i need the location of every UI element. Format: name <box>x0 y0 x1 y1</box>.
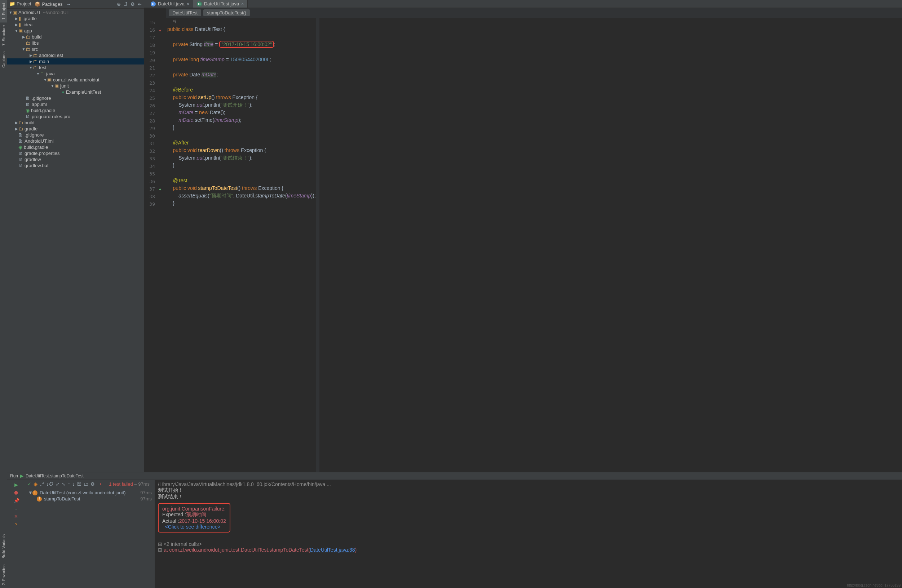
package-icon: 📦 <box>34 2 41 7</box>
line-number[interactable]: 27 <box>144 111 157 116</box>
project-view-tab[interactable]: 📁 Project <box>9 1 31 7</box>
chevron-right-icon[interactable]: ▶ <box>29 53 33 57</box>
file-icon: 🗎 <box>26 95 30 101</box>
line-number[interactable]: 37 <box>144 186 157 192</box>
close-icon[interactable]: × <box>187 2 189 6</box>
collapse-all-icon[interactable]: ⇵ <box>124 2 128 7</box>
folder-icon: 🗀 <box>26 34 30 40</box>
line-number[interactable]: 25 <box>144 95 157 101</box>
chevron-right-icon[interactable]: ▶ <box>22 35 26 39</box>
package-icon: ▣ <box>47 77 52 83</box>
chevron-down-icon[interactable]: ▼ <box>29 66 33 70</box>
stop-icon[interactable]: ✕ <box>14 514 19 519</box>
file-icon: 🗎 <box>19 157 23 162</box>
line-number[interactable]: 38 <box>144 194 157 199</box>
import-icon[interactable]: 🗁 <box>84 482 88 487</box>
chevron-down-icon[interactable]: ▼ <box>36 72 40 76</box>
chevron-down-icon[interactable]: ▼ <box>22 47 26 51</box>
breadcrumb-method[interactable]: stampToDateTest() <box>203 9 250 16</box>
packages-view-tab[interactable]: 📦 Packages <box>34 2 63 7</box>
expand-icon[interactable]: ⤢ <box>55 482 60 487</box>
export-icon[interactable]: 🖫 <box>77 482 81 487</box>
next-fail-icon[interactable]: ↓ <box>72 482 75 487</box>
line-number[interactable]: 18 <box>144 42 157 48</box>
file-icon: 🗎 <box>19 151 23 156</box>
sort-dur-icon[interactable]: ↓⏱ <box>47 482 54 487</box>
chevron-down-icon[interactable]: ▼ <box>43 78 47 82</box>
hide-icon[interactable]: ⇤ <box>138 2 142 7</box>
line-number[interactable]: 23 <box>144 80 157 86</box>
down-icon[interactable]: ↓ <box>14 506 19 511</box>
line-number[interactable]: 33 <box>144 156 157 161</box>
settings-icon[interactable]: ⚙ <box>91 482 95 487</box>
chevron-down-icon[interactable]: ▼ <box>14 29 19 33</box>
chevron-right-icon[interactable]: ▶ <box>29 59 33 63</box>
side-tab-favorites[interactable]: 2: Favorites <box>0 562 7 588</box>
diff-link[interactable]: <Click to see difference> <box>165 524 221 530</box>
chevron-right-icon[interactable]: ▶ <box>14 23 19 27</box>
expand-icon[interactable]: ⊞ <box>158 541 164 547</box>
help-icon[interactable]: ? <box>14 522 19 527</box>
line-number[interactable]: 36 <box>144 179 157 184</box>
chevron-right-icon[interactable]: ▶ <box>14 127 19 131</box>
line-number[interactable]: 30 <box>144 133 157 139</box>
line-number[interactable]: 21 <box>144 65 157 70</box>
expand-icon[interactable]: ⊞ <box>158 547 164 553</box>
gutter-run-icon[interactable]: ● <box>157 28 163 33</box>
prev-fail-icon[interactable]: ↑ <box>68 482 70 487</box>
breadcrumb-class[interactable]: DateUtilTest <box>169 9 201 16</box>
line-number[interactable]: 20 <box>144 58 157 63</box>
line-number[interactable]: 39 <box>144 202 157 207</box>
package-icon: ▣ <box>55 83 59 89</box>
collapse-icon[interactable]: ⤡ <box>62 482 66 487</box>
line-number[interactable]: 28 <box>144 118 157 124</box>
line-number[interactable]: 26 <box>144 103 157 108</box>
editor-tab-dateutil[interactable]: CDateUtil.java× <box>147 0 193 8</box>
close-icon[interactable]: × <box>241 2 244 6</box>
line-number[interactable]: 29 <box>144 126 157 131</box>
chevron-right-icon[interactable]: ▶ <box>14 17 19 20</box>
show-passed-icon[interactable]: ✓ <box>27 482 31 487</box>
gutter-run-icon[interactable]: ● <box>157 187 163 191</box>
line-number[interactable]: 32 <box>144 149 157 154</box>
chevron-down-icon[interactable]: ▼ <box>9 11 13 14</box>
side-tab-structure[interactable]: 7: Structure <box>0 22 7 48</box>
file-icon: 🗎 <box>19 132 23 138</box>
rerun-icon[interactable]: ▶ <box>14 482 19 487</box>
error-stripe[interactable] <box>316 18 319 472</box>
project-root-path: ~/AndroidUT <box>43 10 69 15</box>
console-output[interactable]: /Library/Java/JavaVirtualMachines/jdk1.8… <box>155 480 902 588</box>
line-number[interactable]: 17 <box>144 35 157 41</box>
pin-icon[interactable]: 📌 <box>14 498 19 503</box>
scroll-from-source-icon[interactable]: ⊕ <box>117 2 121 7</box>
show-ignored-icon[interactable]: ◉ <box>33 482 38 487</box>
chevron-down-icon[interactable]: ▼ <box>50 84 55 88</box>
chevron-right-icon[interactable]: ▶ <box>14 121 19 125</box>
line-number[interactable]: 22 <box>144 73 157 78</box>
run-config-name[interactable]: DateUtilTest.stampToDateTest <box>26 474 84 479</box>
code-content[interactable]: */ public class DateUtilTest { private S… <box>167 18 316 472</box>
toggle-auto-test-icon[interactable]: ⬣ <box>14 490 19 495</box>
arrow-right-icon[interactable]: → <box>66 2 71 7</box>
settings-gear-icon[interactable]: ⚙ <box>130 2 135 7</box>
stack-link[interactable]: DateUtilTest.java:38 <box>310 547 355 553</box>
chevron-down-icon[interactable]: ▼ <box>28 490 33 496</box>
side-tab-captures[interactable]: Captures <box>0 48 7 70</box>
line-number[interactable]: 31 <box>144 141 157 146</box>
line-number[interactable]: 19 <box>144 50 157 55</box>
module-icon: ▣ <box>19 28 23 33</box>
test-class-icon: C <box>197 2 202 6</box>
line-number[interactable]: 35 <box>144 171 157 177</box>
sort-icon[interactable]: ↓ᴬ <box>40 482 44 487</box>
line-number[interactable]: 34 <box>144 164 157 169</box>
editor-tab-dateutiltest[interactable]: CDateUtilTest.java× <box>193 0 248 8</box>
side-tab-build-variants[interactable]: Build Variants <box>0 532 7 561</box>
project-root-name[interactable]: AndroidUT <box>19 10 41 15</box>
side-tab-project[interactable]: 1: Project <box>0 0 7 22</box>
line-number[interactable]: 15 <box>144 20 157 25</box>
line-number[interactable]: 16 <box>144 27 157 33</box>
project-tree[interactable]: ▼▣AndroidUT~/AndroidUT ▶▮.gradle ▶▮.idea… <box>7 9 144 472</box>
test-tree[interactable]: ▼!DateUtilTest (com.zl.weilu.androidut.j… <box>25 488 155 504</box>
code-editor[interactable]: 1516●17181920212223242526272829303132333… <box>144 18 902 472</box>
line-number[interactable]: 24 <box>144 88 157 93</box>
